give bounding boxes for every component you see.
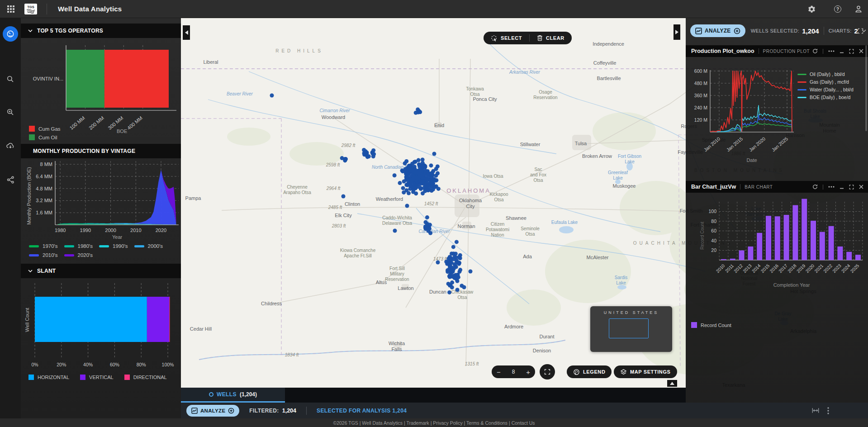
legend-label: BOE (Daily) , boe/d: [810, 95, 850, 100]
footer-links[interactable]: ©2026 TGS | Well Data Analytics | Tradem…: [333, 420, 535, 426]
tick-label: 2019: [796, 263, 806, 274]
minimize-icon[interactable]: [840, 49, 844, 53]
tick-label: 2010: [715, 263, 726, 274]
settings-gear-icon[interactable]: [806, 4, 816, 14]
collapse-bottom-arrow[interactable]: [667, 380, 677, 387]
lasso-select-icon: [491, 35, 498, 42]
vintage-xlabel: Year: [112, 234, 122, 240]
legend-swatch: [797, 74, 806, 75]
tick-label: 2024: [840, 263, 851, 274]
section-header-operators[interactable]: TOP 5 TGS OPERATORS: [21, 24, 181, 38]
app-grid-icon[interactable]: [6, 4, 16, 14]
refresh-icon[interactable]: [812, 48, 818, 54]
bar-segment-DIRECTIONAL[interactable]: [169, 297, 170, 342]
tick-label: 2018: [787, 263, 797, 274]
legend-item[interactable]: Water (Daily... , bbl/d: [797, 87, 854, 92]
bar-2010[interactable]: [721, 259, 726, 260]
chevron-down-icon: [28, 270, 33, 272]
legend-label: VERTICAL: [89, 375, 114, 380]
maximize-icon[interactable]: [849, 185, 854, 190]
bar-2019[interactable]: [802, 199, 807, 260]
rail-zoom-search-icon[interactable]: [3, 104, 18, 120]
bar-legend[interactable]: Record Count: [691, 322, 731, 328]
bar-segment-HORIZONTAL[interactable]: [35, 297, 147, 342]
minimize-icon[interactable]: [840, 185, 844, 189]
tick-label: 80: [711, 218, 716, 224]
wells-tab-count: (1,204): [240, 391, 257, 398]
bar-2012[interactable]: [739, 251, 745, 261]
bar-2013[interactable]: [748, 247, 753, 260]
rail-cloud-download-icon[interactable]: [3, 138, 18, 153]
tick-label: 1.6 MM: [36, 210, 52, 215]
legend-swatch: [80, 375, 85, 380]
bar-2016[interactable]: [775, 216, 780, 260]
maximize-icon[interactable]: [849, 49, 854, 54]
zoom-in-button[interactable]: +: [526, 368, 530, 376]
section-header-vintage[interactable]: MONTHLY PRODUCTION BY VINTAGE: [21, 144, 181, 158]
kebab-menu-icon[interactable]: [827, 407, 829, 414]
more-options-icon[interactable]: [828, 50, 835, 52]
area-series-2010's: [58, 170, 176, 224]
tick-label: 60%: [110, 362, 119, 367]
collapse-sidebar-arrow[interactable]: [183, 25, 190, 40]
tab-wells[interactable]: WELLS (1,204): [181, 388, 285, 403]
bar-2020[interactable]: [811, 221, 816, 260]
vintage-legend-row2: 2010's2020's: [29, 252, 93, 258]
bar-xlabel: Completion Year: [773, 282, 810, 288]
bar-2024[interactable]: [846, 252, 852, 260]
refresh-icon[interactable]: [812, 184, 818, 190]
tick-label: Jan 2010: [702, 136, 721, 152]
legend-label: 2010's: [43, 252, 58, 258]
bar-2011[interactable]: [730, 259, 735, 260]
fit-width-icon[interactable]: [812, 408, 819, 413]
bar-2023[interactable]: [837, 247, 843, 260]
zoom-out-button[interactable]: −: [497, 368, 501, 376]
bar-segment-VERTICAL[interactable]: [147, 297, 169, 342]
panel-header-divider: [824, 27, 824, 35]
production-card-header: Production Plot_owkoo PRODUCTION PLOT: [686, 45, 868, 57]
close-icon[interactable]: [859, 185, 863, 189]
panel-scrollbar[interactable]: [865, 45, 867, 131]
map-settings-button[interactable]: MAP SETTINGS: [614, 365, 677, 378]
tick-label: 2010: [130, 228, 141, 233]
completion-year-chart[interactable]: 2040608010020102011201220132014201520162…: [686, 193, 868, 319]
inset-viewport-rect[interactable]: [609, 318, 649, 338]
bar-2022[interactable]: [829, 226, 834, 260]
more-options-icon[interactable]: [828, 186, 835, 188]
tick-label: 2011: [724, 263, 735, 273]
analyze-button-bottom[interactable]: ANALYZE: [186, 405, 239, 417]
legend-swatch: [797, 89, 806, 90]
rail-dashboard-icon[interactable]: [3, 26, 18, 42]
legend-item[interactable]: Gas (Daily) , mcf/d: [797, 79, 854, 85]
rail-search-icon[interactable]: [3, 71, 18, 87]
bar-2014[interactable]: [757, 233, 762, 260]
section-header-slant[interactable]: SLANT: [21, 264, 181, 278]
slant-chart[interactable]: 0%20%40%60%80%100%: [21, 280, 181, 371]
close-icon[interactable]: [859, 49, 863, 53]
tgs-logo[interactable]: TGS: [24, 4, 37, 14]
bar-2017[interactable]: [784, 215, 789, 260]
vintage-chart[interactable]: 8 MM6.4 MM4.8 MM3.2 MM1.6 MM198019902000…: [21, 157, 181, 235]
analyze-button-panel[interactable]: ANALYZE: [690, 24, 745, 37]
overview-inset-map[interactable]: UNITED STATES: [590, 306, 672, 352]
legend-item[interactable]: Oil (Daily) , bbl/d: [797, 71, 854, 77]
legend-item[interactable]: BOE (Daily) , boe/d: [797, 95, 854, 100]
panel-expand-icon[interactable]: [858, 28, 863, 34]
bar-2025[interactable]: [855, 255, 861, 260]
bar-2018[interactable]: [792, 205, 798, 260]
bar-segment-Cum Oil[interactable]: [66, 50, 104, 108]
legend-swatch: [99, 245, 109, 247]
bar-2021[interactable]: [820, 232, 825, 260]
profile-icon[interactable]: [854, 4, 863, 14]
rail-share-icon[interactable]: [3, 172, 18, 187]
legend-button[interactable]: LEGEND: [567, 365, 612, 378]
clear-button[interactable]: CLEAR: [530, 35, 572, 41]
collapse-panel-arrow[interactable]: [674, 24, 680, 40]
map-fullscreen-button[interactable]: [540, 364, 555, 380]
select-button[interactable]: SELECT: [484, 35, 529, 42]
help-icon[interactable]: ?: [833, 4, 843, 14]
analysis-panel: ANALYZE WELLS SELECTED: 1,204 CHARTS: 2 …: [686, 18, 868, 403]
legend-label: Water (Daily... , bbl/d: [810, 87, 854, 92]
bar-segment-Cum Gas[interactable]: [104, 50, 169, 108]
bar-2015[interactable]: [766, 216, 771, 260]
